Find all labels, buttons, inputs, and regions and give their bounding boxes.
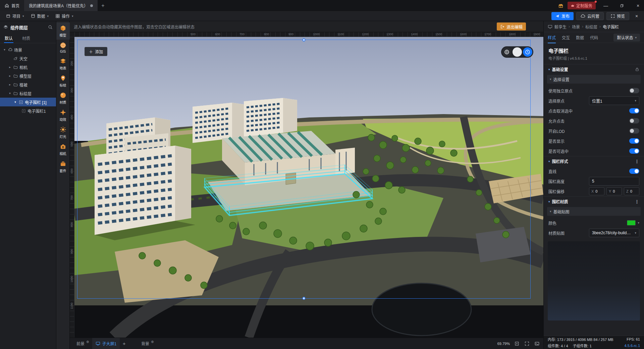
tab-scene[interactable]: 我的建筑底座场景A（性能优先）	[24, 0, 98, 11]
database-icon	[31, 14, 35, 18]
add-screen-button[interactable]: +	[120, 341, 128, 346]
tab-sub-screen[interactable]: 子大屏1	[92, 338, 120, 349]
offset-y-value: 0	[613, 189, 615, 193]
breadcrumb-item[interactable]: 场景	[572, 24, 580, 30]
click-deselect-toggle[interactable]	[629, 108, 639, 113]
tab-default[interactable]: 默认	[0, 33, 17, 43]
subsection-select-settings[interactable]: ▾ 选择设置	[547, 75, 641, 84]
visible-toggle[interactable]	[629, 138, 639, 144]
tree-item-camera[interactable]: ▸ 相机	[0, 63, 56, 71]
tab-background[interactable]: 背景 ⊕	[138, 338, 157, 349]
more-menu-icon[interactable]: ⋮	[635, 159, 639, 164]
console-icon[interactable]	[534, 341, 540, 347]
expand-arrow-icon[interactable]: ▾	[8, 92, 12, 95]
breadcrumb-item[interactable]: 鲸孪生	[554, 24, 567, 30]
tab-foreground[interactable]: 前景 ⊕	[73, 338, 92, 349]
tree-item-sky[interactable]: 天空	[0, 54, 56, 63]
section-fence-style[interactable]: ▾ 围栏样式 ⋮	[544, 156, 644, 166]
tree-item-vegetation[interactable]: ▸ 植被	[0, 80, 56, 89]
strip-item-camera[interactable]: 相机	[56, 141, 70, 158]
tree-item-scene[interactable]: ▾ 场景	[0, 45, 56, 54]
preview-label: 预览	[617, 13, 625, 19]
customize-service-badge[interactable]: 定制服务	[568, 2, 596, 9]
section-fence-material[interactable]: ▾ 围栏材质 ⋮	[544, 196, 644, 206]
collapse-arrow-icon[interactable]: ▸	[8, 74, 12, 78]
tab-interaction[interactable]: 交互	[562, 32, 570, 43]
lod-toggle[interactable]	[629, 128, 639, 134]
collapse-arrow-icon[interactable]: ▸	[8, 65, 12, 69]
properties-tabs: 样式 交互 数据 代码 默认状态 ▾	[544, 32, 644, 43]
strip-item-light[interactable]: 灯光	[56, 124, 70, 141]
breadcrumb-item[interactable]: 标绘层	[585, 24, 597, 30]
tab-code[interactable]: 代码	[590, 32, 598, 43]
line-toggle[interactable]	[629, 168, 639, 174]
subsection-arrow-icon: ▾	[550, 210, 551, 213]
tab-home[interactable]: 首页	[0, 0, 24, 11]
plus-icon: ＋	[89, 49, 93, 54]
strip-item-gis[interactable]: GIS	[56, 40, 70, 55]
tab-style[interactable]: 样式	[548, 32, 556, 43]
cloud-hosting-button[interactable]: 云托管	[576, 12, 604, 20]
tree-item-model-layer[interactable]: ▸ 模型层	[0, 71, 56, 80]
component-title: 电子围栏	[548, 47, 639, 54]
circle-plus-icon[interactable]: ⊕	[151, 340, 154, 344]
menu-operation[interactable]: 操作 ▾	[52, 11, 77, 21]
tab-close-dot-icon[interactable]	[90, 4, 93, 7]
subsection-base-texture[interactable]: ▾ 基础贴图	[547, 207, 641, 216]
offset-x-input[interactable]: X0	[589, 187, 604, 195]
strip-item-terrain[interactable]: 地表	[56, 55, 70, 72]
offset-z-input[interactable]: Z0	[624, 187, 639, 195]
breadcrumb-item: 电子围栏	[603, 24, 619, 30]
circle-plus-icon[interactable]: ⊕	[86, 340, 89, 344]
tab-material[interactable]: 材质	[17, 33, 35, 43]
texture-select[interactable]: 3bee2c78/city-builder/sta... ▾	[589, 229, 639, 237]
strip-item-animation[interactable]: 动效	[56, 107, 70, 124]
allow-click-toggle[interactable]	[629, 118, 639, 123]
light-mode-button[interactable]	[513, 47, 522, 57]
fit-view-icon[interactable]	[514, 341, 520, 347]
tab-data[interactable]: 数据	[576, 32, 584, 43]
close-button[interactable]: ×	[632, 0, 644, 11]
tree-item-fence-group[interactable]: ▾ 电子围栏 [1]	[0, 98, 56, 106]
menu-project[interactable]: 项目 ▾	[3, 11, 28, 21]
origin-select[interactable]: 位置1 ▾	[589, 96, 639, 105]
toolbar-close-icon[interactable]: ×	[632, 13, 641, 19]
preview-button[interactable]: 预览	[606, 12, 629, 20]
section-basic-settings[interactable]: ▾ 基础设置	[544, 64, 644, 74]
restore-button[interactable]	[616, 0, 628, 11]
strip-item-kit[interactable]: 套件	[56, 158, 70, 175]
fullscreen-icon[interactable]	[524, 341, 530, 347]
state-dropdown[interactable]: 默认状态 ▾	[613, 34, 640, 42]
selection-handle-bottom[interactable]	[303, 297, 306, 300]
expand-arrow-icon[interactable]: ▾	[13, 100, 17, 104]
strip-item-material[interactable]: 材质	[56, 90, 70, 107]
offset-y-input[interactable]: Y0	[606, 187, 622, 195]
fence-height-input[interactable]: 5	[589, 177, 639, 186]
expand-arrow-icon[interactable]: ▾	[3, 48, 6, 51]
publish-button[interactable]: 发布	[551, 12, 574, 20]
new-tab-button[interactable]: +	[98, 0, 108, 11]
color-swatch[interactable]	[627, 220, 636, 226]
tab-default-label: 默认	[5, 35, 13, 41]
gift-icon[interactable]	[558, 3, 564, 8]
tree-item-plot-layer[interactable]: ▾ 标绘层	[0, 89, 56, 98]
more-menu-icon[interactable]: ⋮	[635, 199, 639, 204]
time-view-button[interactable]	[523, 47, 532, 57]
globe-view-button[interactable]	[502, 47, 512, 57]
menu-data[interactable]: 数据 ▾	[28, 11, 52, 21]
selection-handle-top[interactable]	[303, 39, 306, 42]
strip-item-plot[interactable]: 标绘	[56, 72, 70, 90]
minimize-button[interactable]: —	[600, 0, 612, 11]
exit-edit-button[interactable]: 退出编辑	[497, 22, 526, 31]
axis-z-label: Z	[626, 189, 629, 193]
tab-interaction-label: 交互	[562, 35, 570, 40]
strip-item-model[interactable]: 模型	[56, 22, 70, 40]
tree-item-fence-1[interactable]: 电子围栏1	[0, 106, 56, 115]
search-icon[interactable]	[48, 25, 53, 30]
collapse-arrow-icon[interactable]: ▸	[8, 83, 12, 86]
independent-origin-toggle[interactable]	[629, 88, 639, 93]
selectable-toggle[interactable]	[629, 148, 639, 154]
add-button[interactable]: ＋ 添加	[85, 47, 107, 56]
lock-icon[interactable]	[635, 67, 639, 71]
chevron-down-icon[interactable]: ▾	[638, 221, 639, 225]
